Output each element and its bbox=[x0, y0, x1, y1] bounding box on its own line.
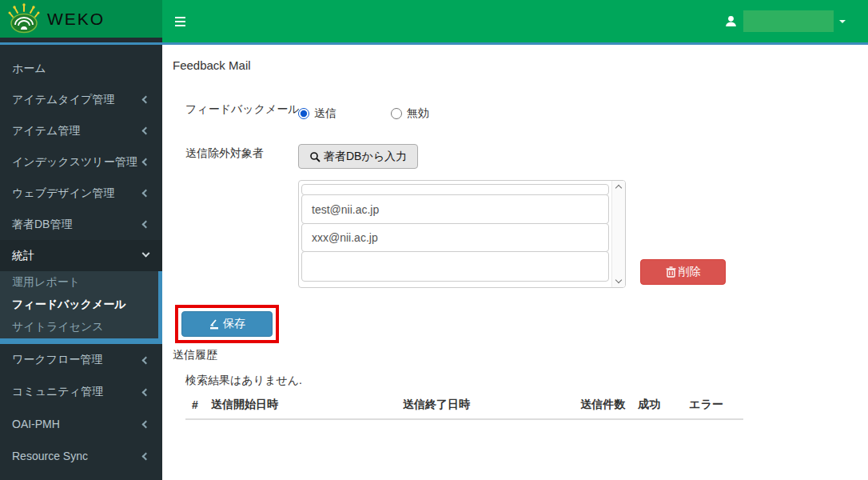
app-window: WEKO ホーム アイテムタイプ管理 アイテム bbox=[0, 0, 868, 480]
weko-logo[interactable]: WEKO bbox=[0, 0, 162, 38]
sidebar-item-indextree-admin[interactable]: インデックスツリー管理 bbox=[0, 146, 162, 178]
no-results-message: 検索結果はありません. bbox=[185, 374, 302, 388]
trash-icon bbox=[666, 266, 676, 278]
col-end-time: 送信終了日時 bbox=[396, 391, 574, 419]
sidebar-item-workflow-admin[interactable]: ワークフロー管理 bbox=[0, 344, 162, 376]
save-highlight-annotation: 保存 bbox=[175, 305, 279, 343]
submenu-bottom-accent bbox=[0, 338, 162, 344]
header-bar: WEKO bbox=[0, 0, 868, 45]
save-button[interactable]: 保存 bbox=[181, 311, 273, 337]
send-radio[interactable] bbox=[298, 108, 309, 119]
radio-option-disable[interactable]: 無効 bbox=[391, 106, 429, 121]
exclusion-email-list[interactable]: test@nii.ac.jp xxx@nii.ac.jp bbox=[298, 180, 626, 288]
save-icon bbox=[209, 319, 220, 330]
top-navbar bbox=[162, 0, 868, 42]
sidebar-item-webdesign-admin[interactable]: ウェブデザイン管理 bbox=[0, 178, 162, 209]
chevron-left-icon bbox=[142, 221, 150, 229]
sidebar-item-item-admin[interactable]: アイテム管理 bbox=[0, 115, 162, 146]
person-icon bbox=[724, 14, 738, 28]
sidebar-nav: ホーム アイテムタイプ管理 アイテム管理 インデックスツリー管理 ウェブデザイン… bbox=[0, 45, 162, 480]
col-count: 送信件数 bbox=[574, 391, 631, 419]
user-menu[interactable] bbox=[724, 0, 846, 42]
sidebar-item-resource-sync[interactable]: Resource Sync bbox=[0, 440, 162, 472]
exclusion-target-label: 送信除外対象者 bbox=[185, 146, 264, 161]
scroll-down-icon[interactable] bbox=[615, 277, 622, 283]
chevron-left-icon bbox=[142, 356, 150, 364]
logo-text: WEKO bbox=[47, 10, 105, 29]
chevron-left-icon bbox=[142, 388, 150, 396]
page-title: Feedback Mail bbox=[173, 58, 251, 72]
hamburger-icon bbox=[175, 17, 185, 18]
sidebar-item-itemtype-admin[interactable]: アイテムタイプ管理 bbox=[0, 84, 162, 115]
masked-username-box bbox=[743, 10, 834, 32]
radio-option-send[interactable]: 送信 bbox=[298, 106, 336, 121]
sidebar-item-authordb-admin[interactable]: 著者DB管理 bbox=[0, 209, 162, 240]
author-db-input-button[interactable]: 著者DBから入力 bbox=[298, 144, 418, 169]
disable-radio[interactable] bbox=[391, 108, 402, 119]
chevron-left-icon bbox=[142, 158, 150, 166]
list-scrollbar[interactable] bbox=[611, 181, 625, 287]
sidebar-item-oai-pmh[interactable]: OAI-PMH bbox=[0, 408, 162, 440]
delete-button[interactable]: 削除 bbox=[640, 259, 726, 285]
logo-container: WEKO bbox=[0, 0, 162, 42]
send-history-title: 送信履歴 bbox=[173, 348, 217, 362]
chevron-left-icon bbox=[142, 420, 150, 428]
submenu-item-feedback-mail[interactable]: フィードバックメール bbox=[0, 294, 158, 316]
col-number: # bbox=[185, 391, 205, 419]
main-content: Feedback Mail フィードバックメール 送信 無効 送信除外対象者 著… bbox=[162, 45, 868, 480]
submenu-item-operation-report[interactable]: 運用レポート bbox=[0, 271, 158, 294]
send-history-table: # 送信開始日時 送信終了日時 送信件数 成功 エラー bbox=[185, 391, 743, 420]
chevron-left-icon bbox=[142, 96, 150, 104]
chevron-left-icon bbox=[142, 127, 150, 135]
submenu-item-site-license[interactable]: サイトライセンス bbox=[0, 316, 158, 338]
sidebar-item-home[interactable]: ホーム bbox=[0, 53, 162, 84]
col-start-time: 送信開始日時 bbox=[205, 391, 396, 419]
table-header-row: # 送信開始日時 送信終了日時 送信件数 成功 エラー bbox=[185, 391, 743, 419]
scroll-up-icon[interactable] bbox=[615, 185, 622, 191]
send-radio-label: 送信 bbox=[314, 106, 336, 121]
statistics-submenu: 運用レポート フィードバックメール サイトライセンス bbox=[0, 271, 162, 338]
chevron-left-icon bbox=[142, 452, 150, 460]
disable-radio-label: 無効 bbox=[407, 106, 429, 121]
sidebar-item-statistics[interactable]: 統計 bbox=[0, 240, 162, 271]
email-row[interactable]: test@nii.ac.jp bbox=[301, 194, 609, 224]
sidebar-item-community-admin[interactable]: コミュニティ管理 bbox=[0, 376, 162, 408]
sidebar-toggle-button[interactable] bbox=[162, 0, 198, 42]
col-error: エラー bbox=[683, 391, 743, 419]
col-success: 成功 bbox=[631, 391, 683, 419]
weko-logo-icon bbox=[8, 3, 40, 35]
chevron-down-icon bbox=[142, 250, 150, 258]
email-row-empty[interactable] bbox=[301, 184, 609, 195]
email-row[interactable]: xxx@nii.ac.jp bbox=[301, 223, 609, 252]
search-icon bbox=[309, 151, 321, 162]
caret-down-icon bbox=[839, 20, 846, 23]
feedback-mail-radio-group: 送信 無効 bbox=[298, 106, 429, 121]
chevron-left-icon bbox=[142, 190, 150, 198]
feedback-mail-label: フィードバックメール bbox=[185, 101, 305, 118]
email-row-empty[interactable] bbox=[301, 251, 609, 282]
